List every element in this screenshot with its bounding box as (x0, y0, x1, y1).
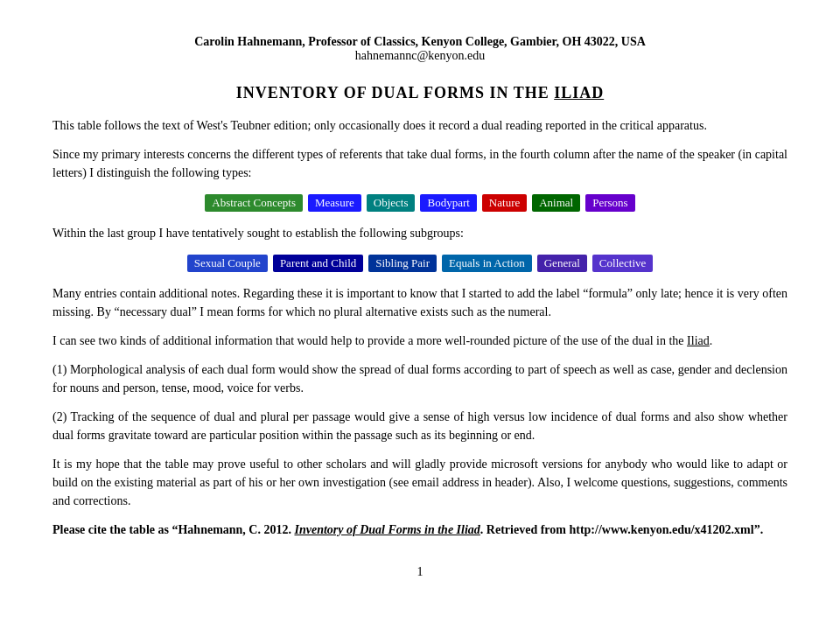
author-name: Carolin Hahnemann, Professor of Classics… (52, 35, 788, 49)
title-prefix: INVENTORY OF DUAL FORMS IN THE (236, 84, 554, 101)
badge-sibling-pair: Sibling Pair (368, 255, 437, 272)
badge-general: General (537, 255, 587, 272)
notes-paragraph: Many entries contain additional notes. R… (52, 284, 788, 321)
notes-text: Many entries contain additional notes. (52, 287, 240, 300)
cite-suffix: . Retrieved from http://www.kenyon.edu/x… (480, 523, 763, 536)
author-email: hahnemannc@kenyon.edu (52, 49, 788, 63)
iliad-underline: Iliad (687, 334, 710, 347)
badge-equals-action: Equals in Action (442, 255, 532, 272)
types-intro-paragraph: Since my primary interests concerns the … (52, 145, 788, 182)
badge-nature: Nature (482, 194, 527, 212)
title-underlined: ILIAD (554, 84, 604, 101)
cite-italic: Inventory of Dual Forms in the Iliad (294, 523, 480, 536)
page-number: 1 (52, 565, 788, 579)
badge-bodypart: Bodypart (420, 194, 476, 212)
hope-paragraph: It is my hope that the table may prove u… (52, 455, 788, 510)
badge-collective: Collective (592, 255, 653, 272)
subgroups-intro-paragraph: Within the last group I have tentatively… (52, 224, 788, 242)
badge-parent-child: Parent and Child (273, 255, 363, 272)
subgroup-badges-row: Sexual Couple Parent and Child Sibling P… (52, 255, 788, 272)
document-header: Carolin Hahnemann, Professor of Classics… (52, 35, 788, 63)
additional-info-text: I can see two kinds of additional inform… (52, 334, 712, 347)
badge-objects: Objects (367, 194, 416, 212)
badge-abstract-concepts: Abstract Concepts (205, 194, 303, 212)
necessary-dual-text: By “necessary dual” I mean forms for whi… (97, 305, 551, 318)
citation-paragraph: Please cite the table as “Hahnemann, C. … (52, 521, 788, 539)
additional-info-paragraph: I can see two kinds of additional inform… (52, 332, 788, 350)
badge-measure: Measure (308, 194, 361, 212)
document-title: INVENTORY OF DUAL FORMS IN THE ILIAD (52, 84, 788, 102)
intro-paragraph: This table follows the text of West's Te… (52, 116, 788, 135)
cite-prefix: Please cite the table as “Hahnemann, C. … (52, 523, 294, 536)
morphological-paragraph: (1) Morphological analysis of each dual … (52, 360, 788, 397)
badge-animal: Animal (532, 194, 580, 212)
tracking-paragraph: (2) Tracking of the sequence of dual and… (52, 408, 788, 444)
type-badges-row: Abstract Concepts Measure Objects Bodypa… (52, 194, 788, 212)
badge-sexual-couple: Sexual Couple (187, 255, 268, 272)
badge-persons: Persons (585, 194, 634, 212)
